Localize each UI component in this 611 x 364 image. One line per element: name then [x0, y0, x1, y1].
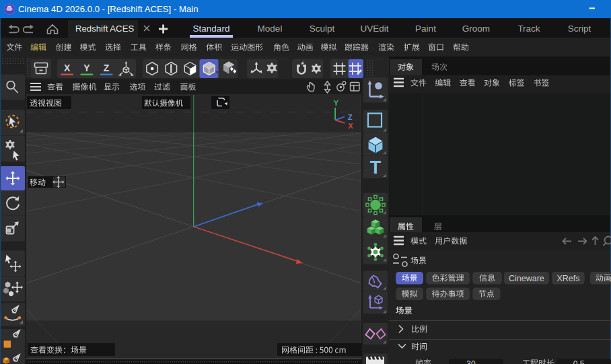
svg-text:Y: Y	[334, 99, 339, 107]
svg-text:Cinema 4D 2026.0.0 - [Redshift: Cinema 4D 2026.0.0 - [Redshift ACES] - M…	[18, 4, 199, 14]
svg-text:Groom: Groom	[462, 24, 490, 34]
svg-text:Y: Y	[83, 63, 90, 73]
svg-text:Redshift ACES: Redshift ACES	[75, 24, 134, 34]
svg-text:Standard: Standard	[193, 24, 230, 34]
svg-text:X: X	[348, 122, 353, 130]
svg-text:30: 30	[466, 359, 476, 364]
svg-text:UVEdit: UVEdit	[360, 24, 388, 34]
svg-text:0.5: 0.5	[573, 359, 585, 364]
svg-text:Paint: Paint	[415, 24, 436, 34]
svg-text:T: T	[370, 157, 382, 178]
svg-text:Sculpt: Sculpt	[310, 24, 335, 34]
svg-text:Z: Z	[104, 63, 110, 73]
svg-text:Track: Track	[517, 24, 540, 34]
svg-text:Z: Z	[348, 113, 353, 121]
svg-text:Cineware: Cineware	[509, 274, 544, 283]
svg-text:Script: Script	[568, 24, 591, 34]
svg-text:Model: Model	[258, 24, 283, 34]
svg-text:X: X	[64, 63, 71, 73]
svg-text:XRefs: XRefs	[556, 274, 579, 283]
